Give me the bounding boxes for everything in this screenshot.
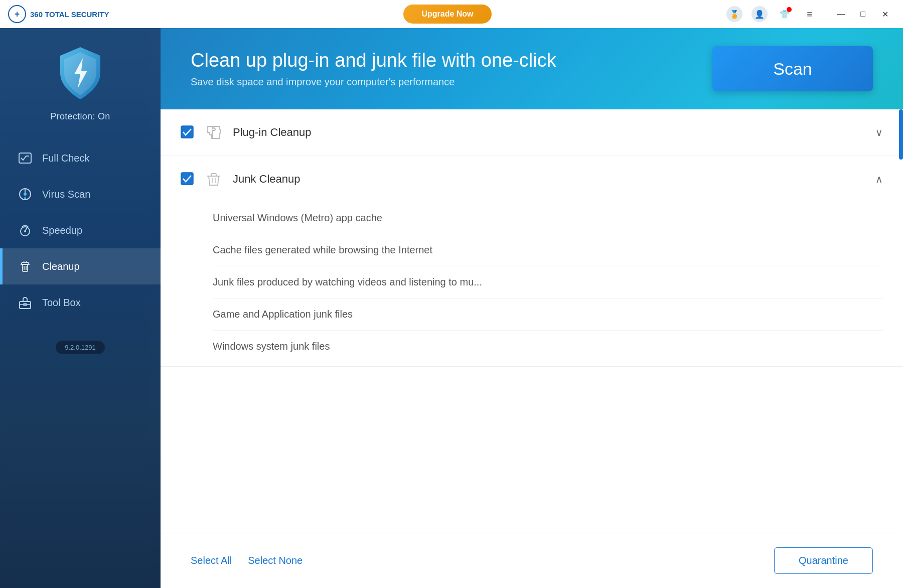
list-item: Universal Windows (Metro) app cache (213, 202, 883, 234)
junk-cleanup-chevron[interactable]: ∧ (875, 173, 883, 185)
sidebar-label-full-check: Full Check (42, 153, 89, 164)
svg-point-3 (24, 197, 26, 199)
sidebar-item-full-check[interactable]: Full Check (0, 140, 161, 176)
footer-links: Select All Select None (191, 555, 303, 566)
sidebar-item-cleanup[interactable]: Cleanup (0, 248, 161, 284)
titlebar-center: Upgrade Now (169, 5, 726, 24)
svg-line-10 (26, 261, 27, 262)
active-indicator (0, 248, 3, 284)
plugin-cleanup-section: Plug-in Cleanup ∨ (161, 109, 903, 156)
scan-button[interactable]: Scan (712, 46, 873, 91)
toolbox-icon (16, 293, 34, 312)
header-banner: Clean up plug-in and junk file with one-… (161, 28, 903, 109)
list-item: Junk files produced by watching videos a… (213, 266, 883, 299)
select-all-button[interactable]: Select All (191, 555, 232, 566)
speedup-icon (16, 221, 34, 239)
sidebar-item-virus-scan[interactable]: Virus Scan (0, 176, 161, 212)
junk-cleanup-section: Junk Cleanup ∧ Universal Windows (Metro)… (161, 156, 903, 367)
app-logo: + 360 TOTAL SECURITY (8, 5, 169, 23)
header-subtitle: Save disk space and improve your compute… (191, 76, 556, 88)
plugin-cleanup-chevron[interactable]: ∨ (875, 126, 883, 138)
plugin-cleanup-checkbox[interactable] (181, 125, 195, 139)
svg-rect-6 (23, 264, 28, 271)
nav-items: Full Check Virus Scan (0, 140, 161, 321)
cleanup-icon (16, 257, 34, 275)
sidebar-item-speedup[interactable]: Speedup (0, 212, 161, 248)
version-badge: 9.2.0.1291 (56, 341, 104, 354)
user-icon[interactable]: 👤 (751, 6, 768, 22)
titlebar: + 360 TOTAL SECURITY Upgrade Now 🏅 👤 👕 ≡… (0, 0, 903, 28)
sidebar-label-toolbox: Tool Box (42, 297, 81, 309)
close-button[interactable]: ✕ (875, 6, 895, 22)
select-none-button[interactable]: Select None (248, 555, 303, 566)
junk-cleanup-label: Junk Cleanup (233, 173, 865, 186)
svg-point-2 (24, 193, 27, 196)
logo-symbol: + (15, 9, 20, 20)
list-item: Game and Application junk files (213, 299, 883, 331)
content-area: Clean up plug-in and junk file with one-… (161, 28, 903, 588)
svg-rect-11 (20, 302, 31, 309)
footer-bar: Select All Select None Quarantine (161, 533, 903, 588)
svg-point-5 (24, 230, 26, 232)
quarantine-button[interactable]: Quarantine (774, 547, 873, 574)
svg-rect-14 (181, 126, 193, 138)
notification-badge (787, 7, 792, 12)
svg-rect-15 (181, 173, 193, 185)
junk-cleanup-checkbox[interactable] (181, 172, 195, 186)
virus-scan-icon (16, 185, 34, 203)
logo-circle: + (8, 5, 26, 23)
sidebar: Protection: On Full Check (0, 28, 161, 588)
puzzle-icon (205, 123, 223, 141)
list-item: Windows system junk files (213, 331, 883, 362)
shirt-icon[interactable]: 👕 (777, 6, 793, 22)
list-item: Cache files generated while browsing the… (213, 234, 883, 266)
junk-cleanup-header[interactable]: Junk Cleanup ∧ (161, 156, 903, 202)
titlebar-actions: 🏅 👤 👕 ≡ — □ ✕ (726, 6, 895, 22)
maximize-button[interactable]: □ (853, 6, 873, 22)
sidebar-label-cleanup: Cleanup (42, 261, 80, 272)
cleanup-items-container: Plug-in Cleanup ∨ (161, 109, 903, 533)
plugin-cleanup-header[interactable]: Plug-in Cleanup ∨ (161, 109, 903, 156)
plugin-cleanup-label: Plug-in Cleanup (233, 126, 865, 139)
minimize-button[interactable]: — (831, 6, 851, 22)
full-check-icon (16, 149, 34, 167)
medal-icon[interactable]: 🏅 (726, 6, 742, 22)
main-layout: Protection: On Full Check (0, 28, 903, 588)
sidebar-item-toolbox[interactable]: Tool Box (0, 284, 161, 321)
header-title: Clean up plug-in and junk file with one-… (191, 50, 556, 71)
app-title: 360 TOTAL SECURITY (30, 10, 109, 19)
upgrade-button[interactable]: Upgrade Now (403, 5, 491, 24)
protection-status: Protection: On (50, 111, 110, 122)
header-text: Clean up plug-in and junk file with one-… (191, 50, 556, 88)
sidebar-label-virus-scan: Virus Scan (42, 189, 90, 200)
svg-line-9 (24, 261, 24, 262)
window-controls: — □ ✕ (831, 6, 895, 22)
junk-cleanup-subitems: Universal Windows (Metro) app cache Cach… (161, 202, 903, 366)
menu-icon[interactable]: ≡ (802, 6, 818, 22)
scrollbar-indicator[interactable] (899, 109, 903, 160)
shield-icon (50, 43, 110, 103)
trash-icon (205, 170, 223, 188)
shield-container (50, 43, 110, 105)
sidebar-label-speedup: Speedup (42, 225, 82, 236)
